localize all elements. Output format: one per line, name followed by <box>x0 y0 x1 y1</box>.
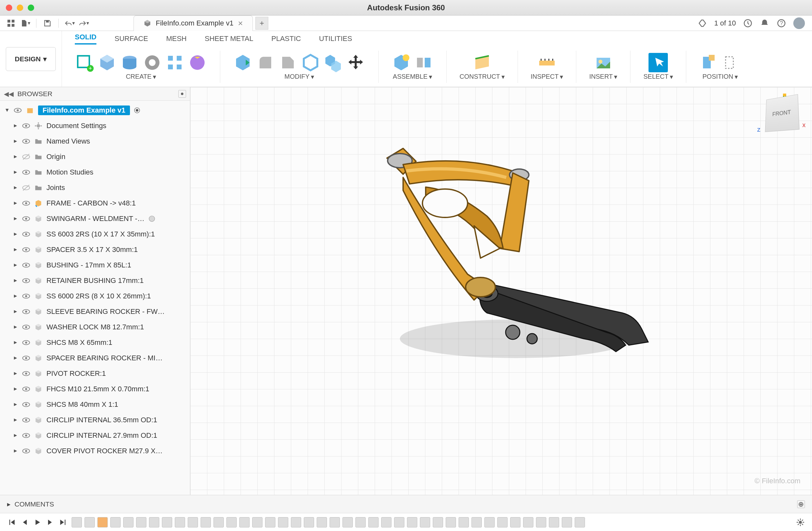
timeline-feature[interactable] <box>317 517 327 528</box>
visibility-off-icon[interactable] <box>22 153 30 161</box>
timeline-feature[interactable] <box>420 517 430 528</box>
expand-icon[interactable] <box>13 340 18 345</box>
timeline-feature[interactable] <box>278 517 288 528</box>
group-insert-label[interactable]: INSERT ▾ <box>589 73 617 81</box>
help-icon[interactable]: ? <box>777 18 786 28</box>
position-capture-icon[interactable] <box>699 53 719 72</box>
timeline-feature[interactable] <box>510 517 521 528</box>
timeline-next-icon[interactable] <box>46 518 55 527</box>
sketch-icon[interactable]: + <box>75 53 94 72</box>
tree-item[interactable]: FRAME - CARBON -> v48:1 <box>0 196 190 211</box>
plane-icon[interactable] <box>473 53 492 72</box>
expand-icon[interactable] <box>13 356 18 361</box>
timeline-feature[interactable] <box>239 517 250 528</box>
timeline-feature[interactable] <box>201 517 211 528</box>
tree-item[interactable]: SS 6003 2RS (10 X 17 X 35mm):1 <box>0 227 190 242</box>
new-tab-button[interactable]: + <box>256 17 268 30</box>
expand-icon[interactable] <box>13 123 18 128</box>
visibility-icon[interactable] <box>22 323 30 331</box>
timeline-feature[interactable] <box>433 517 443 528</box>
extrude-icon[interactable] <box>120 53 139 72</box>
tree-root[interactable]: FileInfo.com Example v1 <box>0 103 190 118</box>
expand-icon[interactable] <box>13 309 18 314</box>
ribbon-tab-solid[interactable]: SOLID <box>75 33 97 44</box>
new-component-icon[interactable] <box>391 53 411 72</box>
ribbon-tab-plastic[interactable]: PLASTIC <box>272 34 301 43</box>
group-construct-label[interactable]: CONSTRUCT ▾ <box>460 73 505 81</box>
group-create-label[interactable]: CREATE ▾ <box>126 73 156 81</box>
tree-item[interactable]: Motion Studies <box>0 164 190 180</box>
create-form-icon[interactable] <box>97 53 117 72</box>
comments-add-icon[interactable]: ⊕ <box>797 500 805 508</box>
comments-bar[interactable]: ▸ COMMENTS ⊕ <box>0 495 812 513</box>
tree-item[interactable]: CIRCLIP INTERNAL 36.5mm OD:1 <box>0 412 190 428</box>
window-zoom[interactable] <box>28 4 34 11</box>
ribbon-tab-sheet-metal[interactable]: SHEET METAL <box>205 34 253 43</box>
timeline-feature[interactable] <box>304 517 314 528</box>
timeline-feature[interactable] <box>562 517 572 528</box>
timeline-feature[interactable] <box>162 517 172 528</box>
visibility-icon[interactable] <box>22 431 30 440</box>
timeline-start-icon[interactable] <box>7 518 16 527</box>
save-icon[interactable] <box>42 18 53 28</box>
visibility-icon[interactable] <box>22 400 30 409</box>
insert-icon[interactable] <box>594 53 613 72</box>
tree-item[interactable]: SHCS M8 X 65mm:1 <box>0 335 190 350</box>
group-modify-label[interactable]: MODIFY ▾ <box>285 73 314 81</box>
tree-item[interactable]: SWINGARM - WELDMENT -… <box>0 211 190 227</box>
group-assemble-label[interactable]: ASSEMBLE ▾ <box>393 73 432 81</box>
emboss-icon[interactable] <box>188 53 207 72</box>
fillet-icon[interactable] <box>256 53 275 72</box>
timeline-feature[interactable] <box>356 517 366 528</box>
tree-item[interactable]: PIVOT ROCKER:1 <box>0 366 190 381</box>
workspace-switcher[interactable]: DESIGN▾ <box>6 47 56 71</box>
visibility-icon[interactable] <box>22 215 30 223</box>
visibility-off-icon[interactable] <box>22 184 30 192</box>
select-icon[interactable] <box>649 53 668 72</box>
timeline-feature[interactable] <box>214 517 224 528</box>
timeline-feature[interactable] <box>291 517 301 528</box>
timeline-settings-icon[interactable] <box>796 518 805 527</box>
visibility-icon[interactable] <box>22 230 30 239</box>
tree-item[interactable]: WASHER LOCK M8 12.7mm:1 <box>0 319 190 335</box>
ribbon-tab-utilities[interactable]: UTILITIES <box>319 34 352 43</box>
timeline-feature[interactable] <box>175 517 185 528</box>
visibility-icon[interactable] <box>22 261 30 269</box>
tree-item[interactable]: SLEEVE BEARING ROCKER - FW… <box>0 304 190 319</box>
ribbon-tab-mesh[interactable]: MESH <box>166 34 187 43</box>
visibility-icon[interactable] <box>22 339 30 347</box>
visibility-icon[interactable] <box>22 168 30 176</box>
redo-icon[interactable]: ▾ <box>79 18 89 28</box>
timeline-prev-icon[interactable] <box>20 518 29 527</box>
tree-item[interactable]: SPACER BEARING ROCKER - MI… <box>0 350 190 366</box>
user-avatar[interactable] <box>793 17 805 29</box>
visibility-icon[interactable] <box>22 307 30 316</box>
timeline-feature[interactable] <box>136 517 146 528</box>
visibility-icon[interactable] <box>22 354 30 362</box>
position-revert-icon[interactable] <box>722 53 741 72</box>
window-minimize[interactable] <box>17 4 23 11</box>
visibility-icon[interactable] <box>22 447 30 455</box>
timeline-feature[interactable] <box>265 517 275 528</box>
timeline-feature[interactable] <box>330 517 340 528</box>
expand-icon[interactable] <box>13 386 18 392</box>
expand-icon[interactable] <box>13 371 18 376</box>
visibility-icon[interactable] <box>22 121 30 130</box>
expand-icon[interactable] <box>13 448 18 454</box>
expand-icon[interactable] <box>13 293 18 299</box>
tree-item[interactable]: BUSHING - 17mm X 85L:1 <box>0 257 190 273</box>
timeline-feature[interactable] <box>497 517 508 528</box>
expand-icon[interactable] <box>13 170 18 175</box>
expand-icon[interactable] <box>13 139 18 144</box>
timeline-marker[interactable] <box>97 517 108 528</box>
visibility-icon[interactable] <box>22 199 30 207</box>
chamfer-icon[interactable] <box>278 53 298 72</box>
undo-icon[interactable]: ▾ <box>64 18 75 28</box>
timeline-feature[interactable] <box>407 517 417 528</box>
expand-icon[interactable] <box>13 417 18 422</box>
timeline-feature[interactable] <box>394 517 404 528</box>
expand-icon[interactable] <box>4 108 10 113</box>
active-component-icon[interactable] <box>134 107 140 114</box>
comments-collapse-icon[interactable]: ▸ <box>7 500 11 508</box>
shell-icon[interactable] <box>301 53 320 72</box>
